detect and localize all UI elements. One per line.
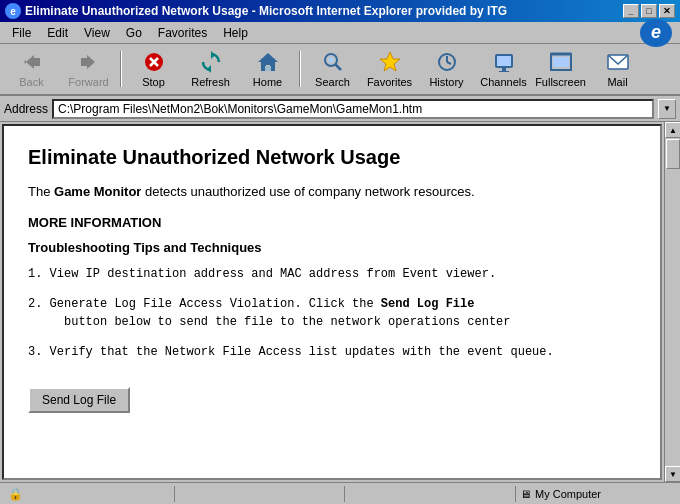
history-icon [435,50,459,74]
close-button[interactable]: ✕ [659,4,675,18]
zone-label: My Computer [535,488,601,500]
back-button[interactable]: Back [4,47,59,91]
scrollbar[interactable]: ▲ ▼ [664,122,680,482]
menu-file[interactable]: File [4,24,39,42]
window-controls: _ □ ✕ [623,4,675,18]
forward-button[interactable]: Forward [61,47,116,91]
status-right: 🖥 My Computer [516,486,676,502]
svg-rect-11 [265,66,271,71]
fullscreen-icon [549,50,573,74]
search-button[interactable]: Search [305,47,360,91]
stop-icon [142,50,166,74]
svg-line-18 [447,62,451,64]
refresh-button[interactable]: Refresh [183,47,238,91]
status-left: 🔒 [4,486,175,502]
svg-rect-24 [553,57,569,67]
svg-marker-8 [211,51,215,59]
scroll-thumb[interactable] [666,139,680,169]
page-title: Eliminate Unauthorized Network Usage [28,146,636,169]
tip-2: 2. Generate Log File Access Violation. C… [28,295,636,331]
address-label: Address [4,102,48,116]
stop-button[interactable]: Stop [126,47,181,91]
mail-icon [606,50,630,74]
intro-paragraph: The Game Monitor detects unauthorized us… [28,183,636,201]
scroll-down-button[interactable]: ▼ [665,466,680,482]
svg-rect-4 [81,58,87,66]
svg-point-14 [328,57,334,63]
tip-3: 3. Verify that the Network File Access l… [28,343,636,361]
toolbar: Back Forward Stop [0,44,680,96]
intro-post: detects unauthorized use of company netw… [141,184,474,199]
menu-favorites[interactable]: Favorites [150,24,215,42]
svg-rect-1 [34,58,40,66]
more-info-header: MORE INFORMATION [28,215,636,230]
content-wrapper: Eliminate Unauthorized Network Usage The… [0,122,680,482]
menu-help[interactable]: Help [215,24,256,42]
content-area: Eliminate Unauthorized Network Usage The… [2,124,662,480]
menu-view[interactable]: View [76,24,118,42]
ie-status-icon: 🔒 [8,487,23,501]
maximize-button[interactable]: □ [641,4,657,18]
home-button[interactable]: Home [240,47,295,91]
svg-marker-9 [207,65,211,73]
send-log-file-button[interactable]: Send Log File [28,387,130,413]
tip-1: 1. View IP destination address and MAC a… [28,265,636,283]
status-middle2 [345,486,516,502]
forward-icon [77,50,101,74]
separator-2 [299,51,301,87]
scroll-track [665,138,680,466]
menu-go[interactable]: Go [118,24,150,42]
status-middle1 [175,486,346,502]
refresh-icon [199,50,223,74]
favorites-icon [378,50,402,74]
computer-icon: 🖥 [520,488,531,500]
svg-rect-21 [502,68,506,71]
channels-icon [492,50,516,74]
separator-1 [120,51,122,87]
back-icon [20,50,44,74]
mail-button[interactable]: Mail [590,47,645,91]
svg-marker-15 [380,52,400,71]
scroll-up-button[interactable]: ▲ [665,122,680,138]
home-icon [256,50,280,74]
menu-edit[interactable]: Edit [39,24,76,42]
history-button[interactable]: History [419,47,474,91]
menu-bar: File Edit View Go Favorites Help e [0,22,680,44]
svg-marker-2 [24,60,26,64]
address-bar: Address ▼ [0,96,680,122]
status-bar: 🔒 🖥 My Computer [0,482,680,504]
address-input[interactable] [52,99,654,119]
address-dropdown-button[interactable]: ▼ [658,99,676,119]
search-icon [321,50,345,74]
minimize-button[interactable]: _ [623,4,639,18]
title-bar: e Eliminate Unauthorized Network Usage -… [0,0,680,22]
app-icon: e [5,3,21,19]
intro-pre: The [28,184,54,199]
svg-rect-22 [499,71,509,72]
svg-line-13 [335,64,341,70]
intro-bold: Game Monitor [54,184,141,199]
channels-button[interactable]: Channels [476,47,531,91]
troubleshooting-header: Troubleshooting Tips and Techniques [28,240,636,255]
svg-rect-20 [497,56,511,66]
window-title: Eliminate Unauthorized Network Usage - M… [25,4,507,18]
svg-marker-3 [87,55,95,69]
svg-marker-0 [26,55,34,69]
favorites-button[interactable]: Favorites [362,47,417,91]
ie-logo: e [640,19,672,47]
fullscreen-button[interactable]: Fullscreen [533,47,588,91]
